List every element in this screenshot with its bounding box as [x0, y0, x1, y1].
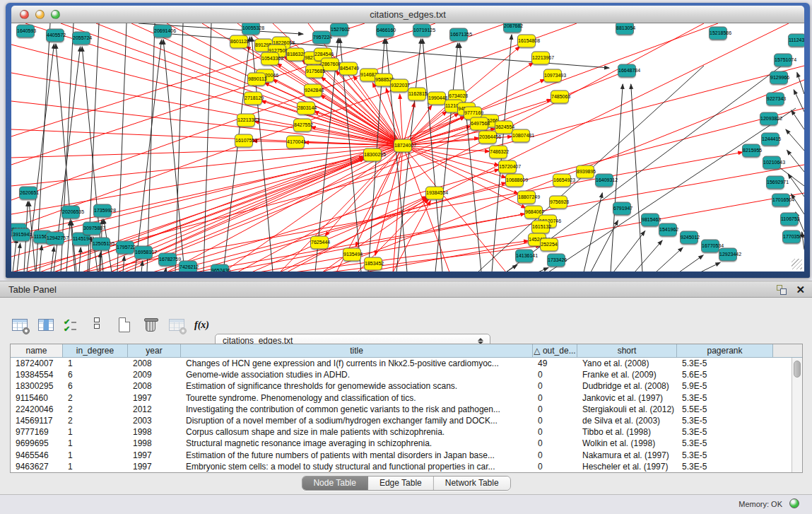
column-header-2[interactable]: year [128, 344, 181, 358]
table-row[interactable]: 1938455462009Genome-wide association stu… [11, 369, 802, 380]
table-cell[interactable]: 2 [63, 415, 128, 426]
row-height-icon[interactable] [90, 317, 108, 334]
table-cell[interactable]: Nakamura et al. (1997) [577, 450, 677, 461]
column-header-4[interactable]: △ out_de... [533, 344, 577, 358]
table-row[interactable]: 2242004622012Investigating the contribut… [11, 404, 802, 415]
table-cell[interactable]: 0 [533, 450, 577, 461]
table-row[interactable]: 1872400712008Changes of HCN gene express… [11, 358, 802, 369]
graph-node[interactable]: 10719125 [413, 24, 431, 37]
table-cell[interactable]: Estimation of the future numbers of pati… [181, 450, 533, 461]
table-cell[interactable]: 9465546 [11, 450, 63, 461]
table-cell[interactable]: 5.3E-5 [677, 358, 773, 369]
table-cell[interactable]: 22420046 [11, 404, 63, 415]
table-cell[interactable]: 1997 [128, 461, 181, 472]
graph-node[interactable]: 12213967 [531, 52, 550, 65]
table-cell[interactable]: 9699695 [11, 438, 63, 449]
resize-grip-icon[interactable] [792, 259, 802, 269]
table-row[interactable]: 946554611997Estimation of the future num… [11, 450, 802, 461]
table-row[interactable]: 946362711997Embryonic stem cells: a mode… [11, 461, 802, 472]
column-header-6[interactable]: pagerank [677, 344, 773, 358]
tab-node-table[interactable]: Node Table [302, 477, 368, 490]
row-select-icon[interactable]: ✔✔ [64, 317, 82, 334]
close-window-button[interactable] [20, 10, 29, 19]
table-cell[interactable]: 5.3E-5 [677, 450, 773, 461]
graph-node[interactable]: 15218586 [709, 27, 727, 40]
table-cell[interactable]: 2003 [128, 415, 181, 426]
graph-node[interactable]: 15692971 [766, 176, 784, 189]
table-cell[interactable]: Hescheler et al. (1997) [577, 461, 677, 472]
graph-node[interactable]: 2718129 [244, 92, 262, 105]
table-scrollbar[interactable] [792, 358, 802, 472]
graph-node[interactable]: 9242848 [304, 84, 322, 98]
column-header-3[interactable]: title [181, 344, 533, 358]
graph-node[interactable]: 1733426 [547, 254, 565, 267]
graph-node[interactable]: 16654923 [553, 174, 571, 187]
table-cell[interactable]: 19384554 [11, 369, 63, 380]
graph-node[interactable]: 12093822 [760, 112, 778, 126]
table-row[interactable]: 977716911998Corpus callosum shape and si… [11, 426, 802, 438]
graph-node[interactable]: 7426212 [179, 261, 197, 272]
delete-table-icon[interactable] [142, 317, 160, 334]
create-table-icon[interactable] [116, 317, 134, 334]
graph-node[interactable]: 9756928 [549, 196, 567, 209]
graph-node[interactable]: 2055724 [72, 32, 90, 45]
table-cell[interactable]: Investigating the contribution of common… [181, 404, 533, 415]
graph-node[interactable]: 10543362 [261, 52, 279, 66]
table-cell[interactable]: 0 [533, 404, 577, 415]
column-visibility-icon[interactable] [37, 317, 56, 334]
table-cell[interactable]: 2 [63, 404, 128, 415]
graph-node[interactable]: 20691406 [153, 25, 172, 38]
graph-node[interactable]: 17016504 [772, 194, 790, 207]
graph-node[interactable]: 16958107 [134, 246, 153, 259]
graph-node[interactable]: 8215955 [742, 144, 760, 158]
table-cell[interactable]: Changes of HCN gene expression and I(f) … [181, 358, 533, 369]
graph-node[interactable]: 30975887 [83, 222, 101, 235]
graph-node[interactable]: 1541962 [659, 223, 677, 237]
graph-hub-node[interactable]: 18724007 [394, 139, 412, 153]
table-cell[interactable]: 1997 [128, 450, 181, 461]
table-cell[interactable]: 18724007 [11, 358, 63, 369]
graph-node[interactable]: 2087682 [503, 23, 522, 33]
table-cell[interactable]: Genome-wide association studies in ADHD. [181, 369, 533, 380]
graph-node[interactable]: 9652436 [211, 264, 229, 272]
table-cell[interactable]: 1997 [128, 392, 181, 404]
table-cell[interactable]: de Silva et al. (2003) [577, 415, 677, 426]
graph-node[interactable]: 8601128 [230, 35, 248, 49]
graph-node[interactable]: 1640593 [16, 25, 35, 38]
table-cell[interactable]: Wolkin et al. (1998) [577, 438, 677, 449]
graph-node[interactable]: 7625444 [310, 236, 329, 250]
table-cell[interactable]: 6 [63, 369, 128, 380]
graph-node[interactable]: 4170041 [286, 136, 305, 149]
graph-node[interactable]: 8427552 [293, 119, 312, 132]
network-view-window[interactable]: citations_edges.txt 86011288912954182260… [6, 3, 810, 278]
table-cell[interactable]: 0 [533, 426, 577, 438]
graph-node[interactable]: 12213383 [237, 114, 255, 127]
graph-node[interactable]: 4405572 [46, 29, 64, 42]
graph-node[interactable]: 10973493 [543, 69, 562, 83]
table-cell[interactable]: 1 [63, 438, 128, 449]
graph-node[interactable]: 16782759 [158, 253, 177, 267]
graph-node[interactable]: 7957224 [312, 31, 331, 45]
graph-node[interactable]: 1615132 [531, 221, 550, 234]
graph-node[interactable]: 8813054 [616, 23, 634, 35]
function-builder-icon[interactable]: f(x) [194, 317, 213, 334]
table-cell[interactable]: 6 [63, 380, 128, 392]
graph-node[interactable]: 1853452 [364, 257, 382, 271]
graph-node[interactable]: 14136141 [515, 250, 534, 263]
window-titlebar[interactable]: citations_edges.txt [11, 6, 804, 23]
table-cell[interactable]: 18300295 [11, 380, 63, 392]
graph-node[interactable]: 1162815 [408, 88, 426, 101]
table-cell[interactable]: Corpus callosum shape and size in male p… [181, 426, 533, 438]
graph-node[interactable]: 1106753 [780, 213, 799, 226]
graph-node[interactable]: 19384554 [425, 187, 444, 200]
graph-node[interactable]: 12923442 [719, 248, 737, 262]
column-header-1[interactable]: in_degree [63, 344, 128, 358]
graph-node[interactable]: 17359928 [93, 204, 112, 218]
table-cell[interactable]: Stergiakouli et al. (2012) [577, 404, 677, 415]
table-cell[interactable]: 14569117 [11, 415, 63, 426]
zoom-window-button[interactable] [51, 10, 60, 19]
table-cell[interactable]: 2009 [128, 369, 181, 380]
graph-node[interactable]: 6466160 [376, 24, 394, 37]
table-cell[interactable]: 1 [63, 450, 128, 461]
graph-node[interactable]: 7485063 [551, 90, 569, 104]
